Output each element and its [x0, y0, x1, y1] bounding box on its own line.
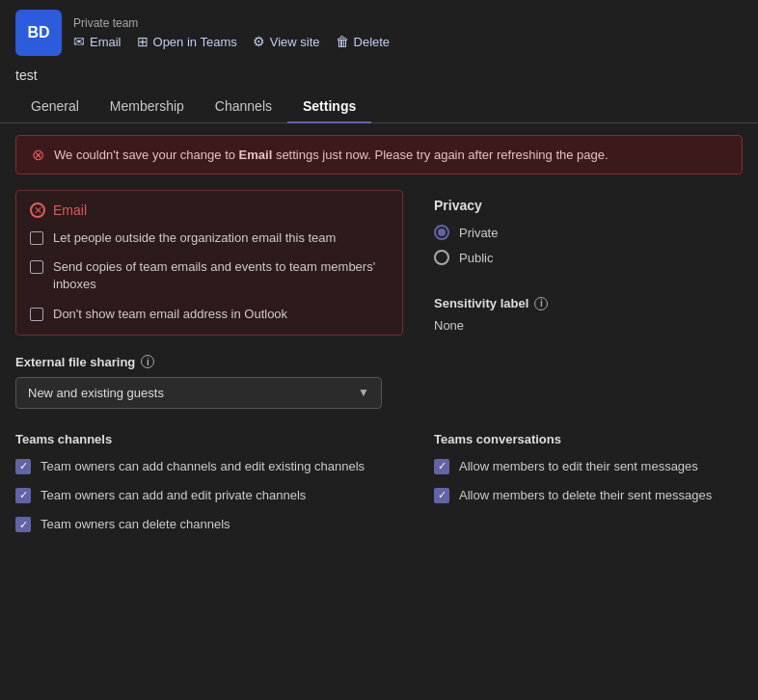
external-file-sharing-label: External file sharing i	[15, 355, 403, 369]
tab-settings[interactable]: Settings	[287, 91, 371, 123]
avatar: BD	[15, 10, 62, 56]
email-checkbox-3-label: Don't show team email address in Outlook	[53, 306, 287, 323]
error-banner: ⊗ We couldn't save your change to Email …	[15, 135, 743, 175]
conversations-check-2-label: Allow members to delete their sent messa…	[459, 487, 712, 504]
conversations-check-1-input[interactable]	[434, 459, 449, 474]
privacy-radio-private-label: Private	[459, 226, 498, 240]
privacy-title: Privacy	[434, 198, 743, 213]
email-action-btn[interactable]: ✉ Email	[73, 34, 122, 49]
privacy-radio-private[interactable]: Private	[434, 225, 743, 240]
email-checkbox-2-label: Send copies of team emails and events to…	[53, 258, 389, 293]
tab-membership[interactable]: Membership	[95, 91, 200, 123]
delete-label: Delete	[354, 35, 391, 49]
privacy-radio-public-input[interactable]	[434, 250, 449, 265]
tab-channels[interactable]: Channels	[200, 91, 287, 123]
email-checkbox-1-label: Let people outside the organization emai…	[53, 229, 336, 247]
delete-btn[interactable]: 🗑 Delete	[336, 34, 391, 49]
email-checkbox-2-input[interactable]	[30, 260, 43, 274]
channels-check-1: Team owners can add channels and edit ex…	[15, 458, 403, 475]
conversations-check-2-input[interactable]	[434, 488, 449, 503]
bottom-row: Teams channels Team owners can add chann…	[0, 432, 758, 546]
sensitivity-label-title: Sensitivity label i	[434, 296, 743, 310]
channels-check-3-label: Team owners can delete channels	[41, 516, 230, 533]
teams-conversations-section: Teams conversations Allow members to edi…	[434, 432, 743, 546]
email-section-title: Email	[53, 202, 87, 218]
sensitivity-label-value: None	[434, 318, 743, 333]
email-checkbox-1: Let people outside the organization emai…	[30, 229, 389, 247]
team-name: test	[0, 64, 758, 91]
teams-conversations-title: Teams conversations	[434, 432, 743, 446]
channels-check-2-input[interactable]	[15, 488, 31, 503]
email-checkbox-3-input[interactable]	[30, 308, 43, 321]
header: BD Private team ✉ Email ⊞ Open in Teams …	[0, 0, 758, 64]
channels-check-1-input[interactable]	[15, 459, 31, 474]
header-info: Private team ✉ Email ⊞ Open in Teams ⚙ V…	[73, 16, 390, 49]
external-file-sharing-section: External file sharing i New and existing…	[15, 355, 403, 409]
dropdown-arrow-icon: ▼	[358, 386, 369, 399]
channels-check-2: Team owners can add and edit private cha…	[15, 487, 403, 504]
email-checkbox-3: Don't show team email address in Outlook	[30, 306, 389, 323]
delete-icon: 🗑	[336, 34, 349, 49]
open-in-teams-label: Open in Teams	[153, 35, 237, 49]
external-file-sharing-info-icon[interactable]: i	[141, 355, 154, 368]
privacy-radio-public-label: Public	[459, 251, 493, 265]
privacy-section: Privacy Private Public	[434, 190, 743, 265]
conversations-check-2: Allow members to delete their sent messa…	[434, 487, 743, 504]
channels-check-1-label: Team owners can add channels and edit ex…	[41, 458, 365, 475]
email-action-label: Email	[90, 35, 122, 49]
channels-check-3-input[interactable]	[15, 517, 31, 532]
header-actions: ✉ Email ⊞ Open in Teams ⚙ View site 🗑 De…	[73, 34, 390, 49]
teams-channels-title: Teams channels	[15, 432, 403, 446]
email-action-icon: ✉	[73, 34, 85, 49]
privacy-radio-public[interactable]: Public	[434, 250, 743, 265]
email-section: ✕ Email Let people outside the organizat…	[15, 190, 403, 336]
teams-icon: ⊞	[137, 34, 149, 49]
view-site-btn[interactable]: ⚙ View site	[253, 34, 320, 49]
main-content: ✕ Email Let people outside the organizat…	[0, 190, 758, 428]
private-team-label: Private team	[73, 16, 390, 30]
channels-check-2-label: Team owners can add and edit private cha…	[41, 487, 306, 504]
view-site-label: View site	[270, 35, 320, 49]
email-checkbox-1-input[interactable]	[30, 231, 43, 245]
left-panel: ✕ Email Let people outside the organizat…	[15, 190, 403, 428]
error-banner-icon: ⊗	[32, 146, 44, 164]
sensitivity-label-info-icon[interactable]: i	[534, 297, 548, 310]
tab-general[interactable]: General	[15, 91, 95, 123]
email-checkbox-2: Send copies of team emails and events to…	[30, 258, 389, 293]
conversations-check-1-label: Allow members to edit their sent message…	[459, 458, 698, 475]
sensitivity-label-section: Sensitivity label i None	[434, 296, 743, 333]
email-error-icon: ✕	[30, 202, 45, 218]
view-site-icon: ⚙	[253, 34, 265, 49]
teams-channels-section: Teams channels Team owners can add chann…	[15, 432, 403, 546]
right-panel: Privacy Private Public Sensitivity label…	[434, 190, 743, 428]
open-in-teams-btn[interactable]: ⊞ Open in Teams	[137, 34, 237, 49]
email-section-header: ✕ Email	[30, 202, 389, 218]
tabs-bar: General Membership Channels Settings	[0, 91, 758, 123]
privacy-radio-private-input[interactable]	[434, 225, 449, 240]
conversations-check-1: Allow members to edit their sent message…	[434, 458, 743, 475]
external-file-sharing-dropdown[interactable]: New and existing guests ▼	[15, 377, 382, 409]
error-banner-message: We couldn't save your change to Email se…	[54, 148, 609, 162]
channels-check-3: Team owners can delete channels	[15, 516, 403, 533]
dropdown-selected-value: New and existing guests	[28, 386, 164, 400]
